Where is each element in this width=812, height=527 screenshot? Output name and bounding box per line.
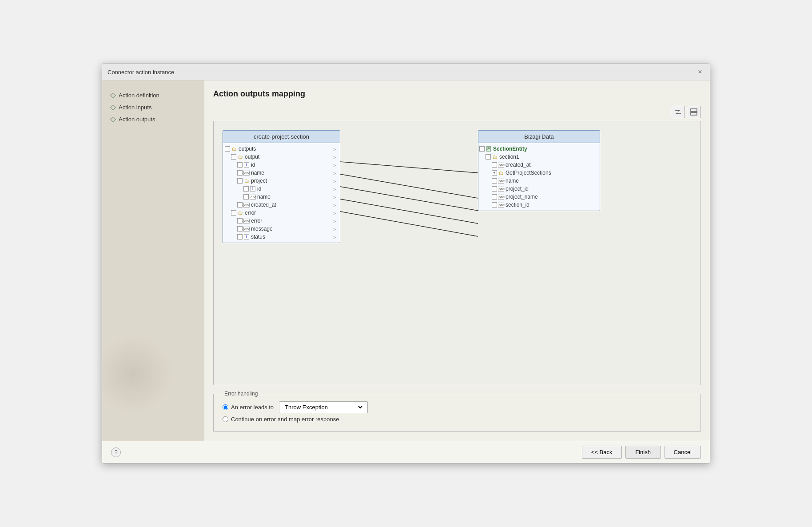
mapping-area: create-project-section − 🗂 outputs ▷ bbox=[213, 106, 701, 432]
spacer bbox=[237, 202, 243, 208]
expand-icon[interactable]: + bbox=[492, 170, 497, 176]
footer: ? << Back Finish Cancel bbox=[102, 441, 710, 463]
tree-row: − E SectionEntity bbox=[478, 145, 600, 153]
svg-line-8 bbox=[340, 187, 478, 211]
svg-rect-4 bbox=[691, 109, 697, 112]
sidebar-label-action-definition: Action definition bbox=[119, 92, 159, 99]
folder-icon: 🗂 bbox=[231, 146, 237, 152]
abc-icon: abc bbox=[250, 194, 256, 200]
folder-icon: 🗂 bbox=[243, 178, 250, 184]
cancel-button[interactable]: Cancel bbox=[665, 446, 701, 459]
expand-icon[interactable]: − bbox=[231, 154, 236, 160]
radio-label-2[interactable]: Continue on error and map error response bbox=[223, 416, 339, 423]
spacer bbox=[492, 178, 497, 184]
radio-label-1[interactable]: An error leads to bbox=[223, 404, 274, 411]
spacer bbox=[492, 202, 497, 208]
spacer bbox=[237, 162, 243, 168]
tree-row: abc name bbox=[478, 177, 600, 185]
toolbar-row bbox=[213, 106, 701, 118]
num-icon: 1 bbox=[243, 234, 250, 240]
abc-icon: abc bbox=[243, 170, 250, 176]
radio-error-leads-to[interactable] bbox=[223, 404, 228, 410]
expand-icon[interactable]: − bbox=[231, 210, 236, 216]
tree-row: 1 status ▷ bbox=[223, 233, 340, 241]
tree-row: + 🗂 GetProjectSections bbox=[478, 169, 600, 177]
error-action-dropdown[interactable]: Throw Exception Continue on Error bbox=[283, 403, 364, 411]
svg-rect-5 bbox=[691, 112, 697, 115]
tree-row: abc name ▷ bbox=[223, 169, 340, 177]
folder-icon: 🗂 bbox=[237, 154, 243, 160]
back-button[interactable]: << Back bbox=[582, 446, 622, 459]
radio-continue-on-error[interactable] bbox=[223, 416, 228, 422]
abc-icon: abc bbox=[243, 202, 250, 208]
spacer bbox=[237, 218, 243, 224]
folder-icon: 🗂 bbox=[492, 154, 498, 160]
svg-line-9 bbox=[340, 199, 478, 224]
right-tree-header: Bizagi Data bbox=[478, 131, 600, 143]
layout-button[interactable] bbox=[687, 106, 701, 118]
right-tree-body: − E SectionEntity − 🗂 section1 bbox=[478, 143, 600, 211]
radio-text-1: An error leads to bbox=[231, 404, 274, 411]
sidebar-item-action-definition[interactable]: Action definition bbox=[102, 89, 204, 101]
svg-marker-1 bbox=[678, 110, 680, 112]
spacer bbox=[237, 226, 243, 232]
spacer bbox=[492, 186, 497, 192]
folder-icon: 🗂 bbox=[498, 170, 504, 176]
tree-row: abc name ▷ bbox=[223, 193, 340, 201]
tree-row: abc message ▷ bbox=[223, 225, 340, 233]
entity-icon: E bbox=[486, 146, 492, 152]
left-tree: create-project-section − 🗂 outputs ▷ bbox=[223, 130, 340, 243]
sidebar-item-action-outputs[interactable]: Action outputs bbox=[102, 113, 204, 125]
diamond-icon bbox=[110, 116, 116, 122]
error-handling-fieldset: Error handling An error leads to Throw E… bbox=[213, 391, 701, 432]
tree-row: − 🗂 output ▷ bbox=[223, 153, 340, 161]
sidebar-watermark bbox=[102, 334, 173, 414]
abc-icon: abc bbox=[498, 202, 504, 208]
abc-icon: abc bbox=[498, 178, 504, 184]
folder-icon: 🗂 bbox=[237, 210, 243, 216]
connections-svg bbox=[340, 130, 478, 352]
abc-icon: abc bbox=[243, 218, 250, 224]
sidebar-item-action-inputs[interactable]: Action inputs bbox=[102, 101, 204, 113]
title-bar: Connector action instance × bbox=[102, 64, 710, 80]
finish-button[interactable]: Finish bbox=[625, 446, 661, 459]
radio-text-2: Continue on error and map error response bbox=[231, 416, 339, 423]
spacer bbox=[243, 186, 249, 192]
abc-icon: abc bbox=[498, 194, 504, 200]
right-tree: Bizagi Data − E SectionEntity bbox=[478, 130, 600, 211]
close-button[interactable]: × bbox=[696, 68, 705, 76]
left-tree-body: − 🗂 outputs ▷ − 🗂 ou bbox=[223, 143, 340, 243]
tree-row: abc project_id bbox=[478, 185, 600, 193]
svg-marker-3 bbox=[676, 112, 677, 114]
expand-icon[interactable]: − bbox=[479, 146, 485, 152]
throw-exception-select[interactable]: Throw Exception Continue on Error bbox=[279, 401, 368, 413]
diamond-icon bbox=[110, 104, 116, 110]
expand-icon[interactable]: − bbox=[237, 178, 243, 184]
diamond-icon bbox=[110, 92, 116, 98]
tree-row: − 🗂 section1 bbox=[478, 153, 600, 161]
auto-map-button[interactable] bbox=[671, 106, 685, 118]
abc-icon: abc bbox=[498, 162, 504, 168]
mapping-canvas: create-project-section − 🗂 outputs ▷ bbox=[213, 121, 701, 385]
help-button[interactable]: ? bbox=[111, 447, 121, 457]
connector-dialog: Connector action instance × Action defin… bbox=[102, 64, 710, 463]
svg-line-10 bbox=[340, 212, 478, 236]
main-content: Action outputs mapping bbox=[204, 80, 710, 441]
svg-line-7 bbox=[340, 174, 478, 198]
spacer bbox=[237, 234, 243, 240]
svg-line-6 bbox=[340, 162, 478, 173]
num-icon: 1 bbox=[243, 162, 250, 168]
content-area: Action definition Action inputs Action o… bbox=[102, 80, 710, 441]
dialog-title: Connector action instance bbox=[107, 69, 174, 76]
tree-row: abc error ▷ bbox=[223, 217, 340, 225]
tree-row: 1 id ▷ bbox=[223, 185, 340, 193]
tree-row: 1 id ▷ bbox=[223, 161, 340, 169]
sidebar-label-action-inputs: Action inputs bbox=[119, 104, 151, 111]
expand-icon[interactable]: − bbox=[225, 146, 230, 152]
footer-left: ? bbox=[111, 447, 121, 457]
error-row-2: Continue on error and map error response bbox=[223, 416, 692, 423]
error-row-1: An error leads to Throw Exception Contin… bbox=[223, 401, 692, 413]
tree-row: − 🗂 outputs ▷ bbox=[223, 145, 340, 153]
left-tree-header: create-project-section bbox=[223, 131, 340, 143]
expand-icon[interactable]: − bbox=[486, 154, 491, 160]
